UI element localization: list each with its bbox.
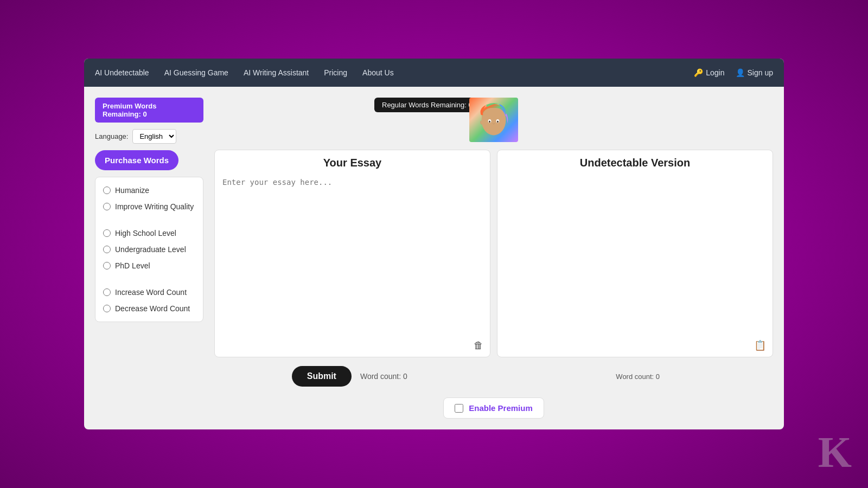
signup-button[interactable]: 👤 Sign up — [736, 68, 773, 77]
navbar: AI Undetectable AI Guessing Game AI Writ… — [84, 59, 784, 87]
purchase-words-button[interactable]: Purchase Words — [95, 150, 178, 170]
delete-icon[interactable]: 🗑 — [474, 340, 483, 351]
option-phd[interactable]: PhD Level — [103, 261, 195, 270]
enable-premium-label[interactable]: Enable Premium — [469, 403, 533, 413]
language-select[interactable]: English — [132, 129, 176, 144]
enable-premium-row[interactable]: Enable Premium — [443, 397, 544, 419]
nav-right: 🔑 Login 👤 Sign up — [694, 68, 773, 77]
login-icon: 🔑 — [694, 68, 703, 77]
copy-icon[interactable]: 📋 — [754, 339, 766, 351]
signup-icon: 👤 — [736, 68, 745, 77]
option-humanize[interactable]: Humanize — [103, 186, 195, 195]
top-section: Regular Words Remaining: 0 — [214, 98, 773, 144]
option-decrease-word[interactable]: Decrease Word Count — [103, 304, 195, 313]
essay-word-count: Word count: 0 — [360, 372, 407, 381]
options-panel: Humanize Improve Writing Quality High Sc… — [95, 177, 203, 322]
option-undergraduate[interactable]: Undergraduate Level — [103, 245, 195, 254]
language-label: Language: — [95, 132, 128, 140]
option-increase-word[interactable]: Increase Word Count — [103, 288, 195, 297]
submit-button[interactable]: Submit — [292, 366, 352, 387]
logo-svg — [475, 101, 513, 139]
main-area: Regular Words Remaining: 0 — [214, 98, 773, 419]
login-button[interactable]: 🔑 Login — [694, 68, 724, 77]
undetectable-panel-title: Undetectable Version — [497, 150, 773, 172]
nav-item-ai-guessing-game[interactable]: AI Guessing Game — [164, 68, 228, 77]
essay-textarea[interactable] — [215, 172, 490, 357]
nav-item-about-us[interactable]: About Us — [362, 68, 394, 77]
nav-left: AI Undetectable AI Guessing Game AI Writ… — [95, 68, 394, 77]
essay-panel: Your Essay 🗑 — [214, 150, 490, 357]
nav-item-ai-undetectable[interactable]: AI Undetectable — [95, 68, 149, 77]
svg-point-3 — [489, 120, 490, 123]
bottom-row-left: Submit Word count: 0 — [216, 363, 483, 390]
nav-item-pricing[interactable]: Pricing — [324, 68, 347, 77]
enable-premium-checkbox[interactable] — [455, 404, 463, 413]
option-improve-writing[interactable]: Improve Writing Quality — [103, 202, 195, 211]
content: Premium Words Remaining: 0 Language: Eng… — [84, 87, 784, 429]
panels-row: Your Essay 🗑 Undetectable Version 📋 — [214, 150, 773, 357]
logo-image — [469, 98, 518, 142]
premium-words-badge: Premium Words Remaining: 0 — [95, 98, 203, 123]
nav-item-ai-writing-assistant[interactable]: AI Writing Assistant — [244, 68, 309, 77]
undetectable-word-count: Word count: 0 — [616, 370, 660, 383]
svg-point-4 — [497, 120, 499, 123]
option-high-school[interactable]: High School Level — [103, 229, 195, 237]
essay-panel-title: Your Essay — [215, 150, 490, 172]
regular-words-badge: Regular Words Remaining: 0 — [374, 98, 480, 112]
submit-row: Submit Word count: 0 — [292, 366, 407, 387]
undetectable-panel: Undetectable Version 📋 — [497, 150, 773, 357]
sidebar: Premium Words Remaining: 0 Language: Eng… — [95, 98, 203, 419]
language-row: Language: English — [95, 129, 203, 144]
undetectable-textarea[interactable] — [497, 172, 773, 357]
